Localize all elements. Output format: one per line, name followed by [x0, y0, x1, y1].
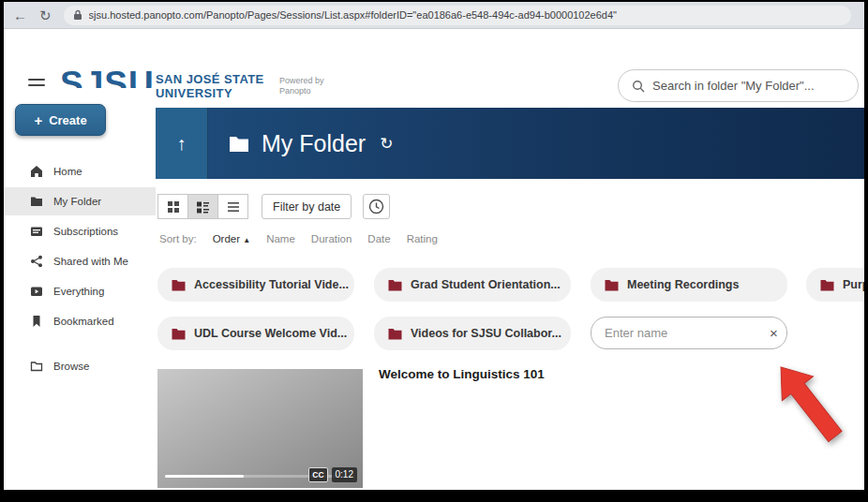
- folder-search: [618, 69, 859, 102]
- folder-card[interactable]: UDL Course Welcome Vid...: [157, 317, 354, 350]
- folder-icon: [172, 279, 186, 291]
- sidebar: + Create Home My Folder Subscriptions: [4, 88, 156, 490]
- sidebar-item-browse[interactable]: Browse: [4, 352, 156, 380]
- powered-by-panopto: Powered by Panopto: [279, 76, 324, 96]
- folder-icon: [229, 135, 249, 153]
- home-icon: [30, 165, 43, 178]
- browse-folder-icon: [30, 360, 43, 373]
- clear-input-icon[interactable]: ×: [770, 326, 778, 340]
- folder-card[interactable]: Purp: [806, 268, 864, 302]
- thumbnail-badges: CC 0:12: [308, 467, 357, 482]
- grid-view-icon: [167, 200, 180, 214]
- sort-option-duration[interactable]: Duration: [311, 233, 352, 244]
- scheduled-recordings-button[interactable]: [363, 194, 390, 219]
- create-button[interactable]: + Create: [15, 104, 106, 136]
- folder-icon: [30, 195, 43, 208]
- sort-option-order[interactable]: Order ▲: [213, 233, 251, 244]
- folder-icon: [820, 279, 834, 291]
- folder-icon: [388, 279, 402, 291]
- sidebar-item-home[interactable]: Home: [4, 157, 156, 185]
- bookmark-icon: [30, 315, 43, 328]
- folder-card[interactable]: Meeting Recordings: [591, 268, 787, 302]
- list-thumbnail-view-button[interactable]: [187, 194, 218, 219]
- sidebar-item-subscriptions[interactable]: Subscriptions: [4, 217, 156, 245]
- address-bar[interactable]: sjsu.hosted.panopto.com/Panopto/Pages/Se…: [64, 6, 851, 25]
- detail-list-view-button[interactable]: [217, 194, 248, 219]
- detail-list-view-icon: [227, 200, 240, 214]
- search-input[interactable]: [652, 79, 845, 93]
- folder-icon: [605, 279, 619, 291]
- sort-by-label: Sort by:: [159, 233, 197, 244]
- url-text: sjsu.hosted.panopto.com/Panopto/Pages/Se…: [89, 9, 617, 21]
- sort-option-date[interactable]: Date: [367, 233, 390, 244]
- folder-icon: [172, 328, 186, 340]
- sort-bar: Sort by: Order ▲ Name Duration Date Rati…: [159, 233, 438, 244]
- sidebar-item-bookmarked[interactable]: Bookmarked: [4, 307, 156, 335]
- sort-ascending-icon: ▲: [243, 236, 250, 244]
- duration-badge: 0:12: [332, 467, 357, 482]
- up-arrow-icon: ↑: [177, 133, 187, 155]
- plus-icon: +: [34, 112, 42, 128]
- share-icon: [30, 255, 43, 268]
- annotation-arrow: [765, 352, 851, 451]
- folder-icon: [388, 328, 402, 340]
- sidebar-item-my-folder[interactable]: My Folder: [4, 187, 156, 215]
- sidebar-item-everything[interactable]: Everything: [4, 277, 156, 305]
- video-thumbnail[interactable]: CC 0:12: [157, 369, 363, 488]
- folder-card[interactable]: Videos for SJSU Collabor...: [374, 317, 571, 350]
- parent-folder-button[interactable]: ↑: [156, 108, 208, 179]
- view-toolbar: Filter by date: [157, 194, 390, 219]
- grid-view-button[interactable]: [157, 194, 188, 219]
- captions-badge: CC: [308, 467, 327, 482]
- sort-option-name[interactable]: Name: [266, 233, 295, 244]
- back-icon[interactable]: ←: [13, 8, 27, 22]
- reload-icon[interactable]: ↻: [39, 8, 52, 22]
- university-name: SAN JOSÉ STATE UNIVERSITY: [156, 72, 264, 100]
- sidebar-item-shared-with-me[interactable]: Shared with Me: [4, 247, 156, 275]
- screen: ← ↻ sjsu.hosted.panopto.com/Panopto/Page…: [4, 2, 864, 490]
- list-thumbnail-view-icon: [196, 200, 210, 214]
- clock-icon: [368, 199, 384, 214]
- play-video-icon: [30, 285, 43, 298]
- filter-by-date-button[interactable]: Filter by date: [262, 194, 352, 219]
- video-title[interactable]: Welcome to Linguistics 101: [379, 367, 545, 381]
- subscriptions-icon: [30, 225, 43, 238]
- new-folder-name-field: ×: [591, 317, 787, 349]
- app-header: SJSU SAN JOSÉ STATE UNIVERSITY Powered b…: [4, 29, 864, 88]
- folder-banner: ↑ My Folder ↻: [156, 108, 864, 179]
- browser-chrome: ← ↻ sjsu.hosted.panopto.com/Panopto/Page…: [4, 2, 864, 29]
- folder-title: My Folder: [262, 130, 366, 157]
- lock-icon: [73, 9, 82, 21]
- refresh-folder-icon[interactable]: ↻: [380, 134, 393, 154]
- search-icon: [632, 80, 645, 93]
- folder-card[interactable]: Grad Student Orientation...: [374, 268, 571, 302]
- folder-card[interactable]: Accessibility Tutorial Vide...: [157, 268, 354, 302]
- new-folder-name-input[interactable]: [605, 326, 770, 340]
- sort-option-rating[interactable]: Rating: [407, 233, 438, 244]
- video-progress-fill: [165, 475, 244, 478]
